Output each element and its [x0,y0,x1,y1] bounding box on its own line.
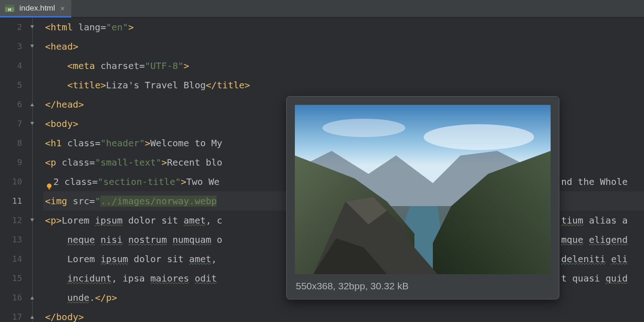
svg-rect-4 [48,188,50,190]
line-number: 11 [0,191,22,211]
fold-marker[interactable] [30,288,43,307]
line-number: 10 [0,172,22,191]
code-line[interactable]: <html lang="en"> [43,17,644,37]
fold-marker [30,133,43,153]
code-line-tail[interactable]: nd the Whole [561,172,628,191]
fold-marker [30,75,43,95]
fold-marker [30,269,43,288]
line-number: 12 [0,211,22,230]
line-number: 16 [0,288,22,307]
code-line-tail[interactable]: t quasi quid [561,269,628,288]
line-number: 5 [0,75,22,95]
line-number: 13 [0,230,22,249]
line-number: 14 [0,249,22,269]
fold-marker[interactable] [30,95,43,114]
fold-marker [30,172,43,191]
code-line[interactable]: <head> [43,37,644,56]
line-number: 3 [0,37,22,56]
fold-marker[interactable] [30,307,43,322]
fold-marker [30,153,43,172]
line-number: 15 [0,269,22,288]
line-number: 2 [0,17,22,37]
fold-marker[interactable] [30,37,43,56]
line-number-gutter: 234567891011121314151617 [0,17,30,322]
tab-bar: H index.html ✕ [0,0,644,17]
line-number: 7 [0,114,22,133]
code-line[interactable]: </body> [43,307,644,322]
line-number: 8 [0,133,22,153]
svg-text:H: H [8,7,12,12]
html-file-icon: H [5,3,15,13]
code-line[interactable]: <meta charset="UTF-8"> [43,56,644,75]
code-line-tail[interactable]: tium alias a [561,211,628,230]
line-number: 17 [0,307,22,322]
fold-marker[interactable] [30,114,43,133]
tab-filename: index.html [19,4,55,13]
line-number: 9 [0,153,22,172]
fold-marker[interactable] [30,17,43,37]
line-number: 6 [0,95,22,114]
editor-tab[interactable]: H index.html ✕ [0,0,71,17]
fold-marker [30,191,43,211]
fold-marker [30,56,43,75]
svg-point-7 [322,119,405,137]
image-info-caption: 550x368, 32bpp, 30.32 kB [287,279,559,299]
close-icon[interactable]: ✕ [59,3,65,13]
svg-point-6 [424,124,534,150]
preview-image [295,105,551,274]
code-line-tail[interactable]: mque eligend [561,230,628,249]
line-number: 4 [0,56,22,75]
fold-gutter[interactable] [30,17,43,322]
svg-point-3 [47,184,52,188]
image-preview-popup: 550x368, 32bpp, 30.32 kB [286,96,559,299]
fold-marker [30,230,43,249]
intention-bulb-icon[interactable] [45,178,54,187]
fold-marker[interactable] [30,211,43,230]
code-line[interactable]: <title>Liza's Travel Blog</title> [43,75,644,95]
fold-marker [30,249,43,269]
code-line-tail[interactable]: deleniti eli [561,249,628,269]
